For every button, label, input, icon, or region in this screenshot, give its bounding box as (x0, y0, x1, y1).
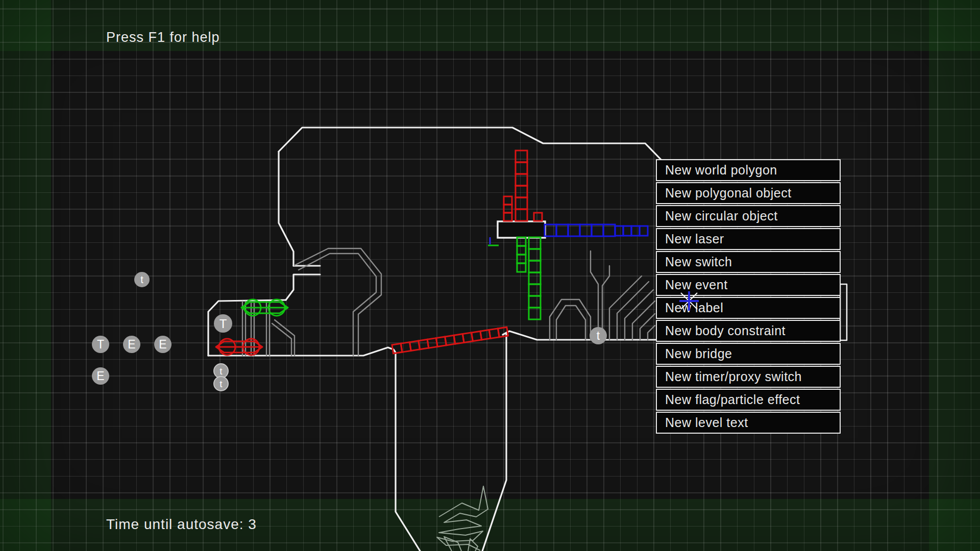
block-group-green-wide[interactable] (529, 237, 541, 319)
editor-canvas[interactable]: tTEEETttt New world polygonNew polygonal… (0, 0, 980, 551)
marker-letter: t (219, 379, 223, 389)
pit-scribble-2 (444, 537, 478, 551)
marker-T-1[interactable]: T (92, 336, 109, 353)
block-group-blue-small[interactable] (615, 226, 648, 236)
menu-item-new-laser[interactable]: New laser (656, 228, 841, 250)
markers-layer: tTEEETttt (92, 272, 607, 391)
level-outline-pit-right (482, 333, 506, 551)
marker-letter: t (597, 329, 600, 342)
block-cell[interactable] (504, 196, 512, 205)
gray-branch (591, 251, 609, 340)
block-cell[interactable] (529, 261, 541, 272)
context-menu: New world polygonNew polygonal objectNew… (656, 159, 841, 435)
marker-letter: E (128, 338, 135, 351)
menu-item-new-timer-proxy-switch[interactable]: New timer/proxy switch (656, 366, 841, 388)
block-cell[interactable] (529, 272, 541, 284)
marker-letter: T (219, 317, 227, 331)
marker-T-5[interactable]: T (214, 314, 232, 333)
menu-item-new-circular-object[interactable]: New circular object (656, 205, 841, 227)
block-cell[interactable] (504, 213, 512, 221)
switch-band (241, 302, 288, 313)
marker-letter: E (159, 338, 166, 351)
marker-t-6[interactable]: t (214, 364, 228, 378)
block-group-blue-large[interactable] (545, 224, 615, 236)
block-cell[interactable] (640, 226, 648, 236)
marker-E-2[interactable]: E (123, 336, 140, 353)
block-group-red-tower[interactable] (516, 151, 527, 221)
marker-t-7[interactable]: t (214, 377, 228, 391)
block-cell[interactable] (516, 151, 527, 162)
marker-E-4[interactable]: E (92, 367, 109, 385)
level-bracket (840, 284, 847, 340)
level-outline-left-wall (279, 152, 293, 266)
menu-item-new-polygonal-object[interactable]: New polygonal object (656, 182, 841, 204)
menu-item-new-flag-particle-effect[interactable]: New flag/particle effect (656, 389, 841, 411)
switch-pair-1[interactable] (216, 339, 262, 355)
marker-letter: T (97, 338, 104, 351)
menu-item-new-event[interactable]: New event (656, 274, 841, 296)
block-cell[interactable] (529, 237, 541, 249)
marker-E-3[interactable]: E (154, 336, 172, 353)
block-cell[interactable] (545, 224, 556, 236)
pit-scribble (437, 486, 488, 550)
marker-letter: E (96, 369, 104, 383)
autosave-timer-text: Time until autosave: 3 (106, 516, 257, 533)
block-cell[interactable] (534, 213, 542, 221)
block-cell[interactable] (529, 308, 541, 319)
block-cell[interactable] (615, 226, 623, 236)
switch-band (216, 341, 262, 353)
level-outline-notch (286, 266, 320, 300)
block-group-red-bridge[interactable] (392, 327, 508, 354)
block-cell[interactable] (623, 226, 631, 236)
block-cell[interactable] (504, 205, 512, 213)
block-cell[interactable] (516, 186, 527, 197)
block-cell[interactable] (517, 255, 526, 263)
gray-island-inner (299, 254, 376, 356)
block-cell[interactable] (517, 246, 526, 255)
menu-item-new-body-constraint[interactable]: New body constraint (656, 320, 841, 342)
block-cell[interactable] (556, 224, 568, 236)
level-outline-top (279, 128, 665, 163)
gray-root-fan (609, 276, 655, 340)
block-cell[interactable] (529, 284, 541, 296)
block-cell[interactable] (592, 224, 603, 236)
block-cell[interactable] (568, 224, 580, 236)
menu-item-new-bridge[interactable]: New bridge (656, 343, 841, 365)
menu-item-new-level-text[interactable]: New level text (656, 412, 841, 434)
block-cell[interactable] (517, 263, 526, 272)
block-cell[interactable] (516, 174, 527, 186)
block-group-green-narrow[interactable] (517, 237, 526, 272)
menu-item-new-switch[interactable]: New switch (656, 251, 841, 273)
block-cell[interactable] (529, 296, 541, 308)
block-cell[interactable] (516, 162, 527, 174)
block-cell[interactable] (580, 224, 592, 236)
marker-letter: t (219, 366, 223, 377)
gray-arches (550, 299, 591, 340)
block-cell[interactable] (631, 226, 640, 236)
marker-letter: t (140, 274, 143, 285)
block-cell[interactable] (529, 249, 541, 261)
block-cell[interactable] (603, 224, 615, 236)
block-cell[interactable] (516, 209, 527, 221)
platform-bar[interactable] (498, 221, 545, 238)
menu-item-new-label[interactable]: New label (656, 297, 841, 319)
switch-pair-0[interactable] (241, 299, 288, 316)
marker-t-0[interactable]: t (134, 272, 150, 287)
block-group-red-side[interactable] (504, 196, 512, 221)
menu-item-new-world-polygon[interactable]: New world polygon (656, 159, 841, 181)
gray-diagonal-struts (272, 320, 295, 356)
marker-t-8[interactable]: t (590, 327, 607, 344)
block-group-red-single[interactable] (534, 213, 542, 221)
block-cell[interactable] (516, 197, 527, 209)
level-outline-floor-right (503, 331, 656, 340)
help-hint-text: Press F1 for help (106, 30, 220, 45)
